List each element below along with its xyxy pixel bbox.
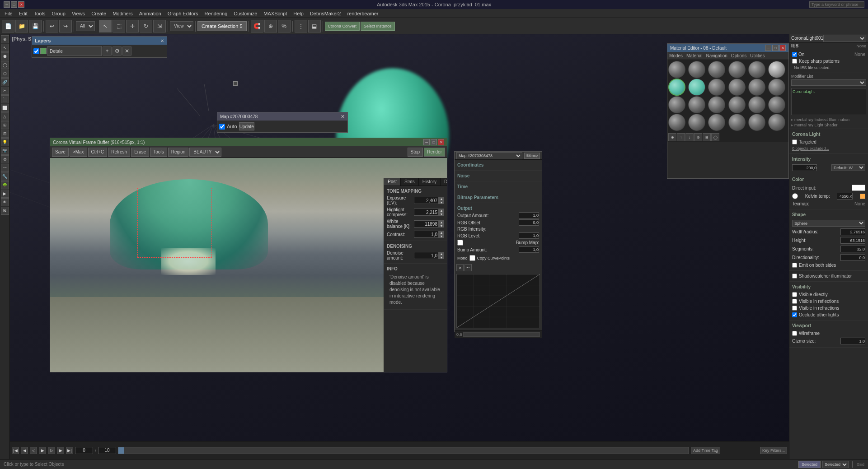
mat-sphere-6[interactable] [768, 61, 785, 78]
contrast-input[interactable] [414, 231, 439, 238]
menu-customize[interactable]: Customize [231, 10, 260, 17]
graph-curve-btn[interactable]: 〜 [464, 264, 472, 271]
mat-sphere-16[interactable] [728, 96, 746, 113]
copy-curve-checkbox[interactable] [469, 255, 475, 261]
menu-rendering[interactable]: Rendering [202, 10, 230, 17]
mat-menu-utilities[interactable]: Utilities [750, 53, 765, 58]
directionality-input[interactable] [840, 254, 865, 261]
menu-views[interactable]: Views [69, 10, 88, 17]
menu-renderbeamer[interactable]: renderbeamer [344, 10, 381, 17]
tool-rotate[interactable]: ↻ [140, 20, 152, 33]
title-minimize[interactable]: ─ [4, 1, 10, 8]
mat-sphere-21[interactable] [708, 114, 725, 131]
mat-sphere-1[interactable] [668, 61, 685, 78]
mat-maximize[interactable]: □ [772, 45, 779, 51]
white-balance-input[interactable] [414, 220, 439, 228]
timeline-next-frame[interactable]: ▷ [48, 447, 55, 454]
vfb-maximize[interactable]: □ [431, 139, 437, 145]
left-tool-8[interactable]: ⬛ [1, 95, 9, 103]
highlight-up[interactable]: ▲ [439, 209, 444, 212]
corona-convert-button[interactable]: Corona Convert [325, 22, 360, 31]
menu-modifiers[interactable]: Modifiers [110, 10, 136, 17]
mat-tool-6[interactable]: ◯ [711, 133, 719, 141]
intensity-input[interactable] [792, 164, 817, 171]
mat-sphere-19[interactable] [668, 114, 685, 131]
targeted-checkbox[interactable] [792, 139, 797, 144]
intensity-unit[interactable]: Default: W [831, 164, 865, 171]
tool-move[interactable]: ✛ [126, 20, 139, 33]
mat-sphere-8-active[interactable] [688, 79, 705, 96]
menu-animation[interactable]: Animation [136, 10, 164, 17]
highlight-input[interactable] [414, 209, 439, 216]
tool-percent-snap[interactable]: % [278, 20, 291, 33]
wb-up[interactable]: ▲ [439, 220, 444, 224]
layer-visible-checkbox[interactable] [33, 48, 39, 54]
mat-menu-material[interactable]: Material [686, 53, 703, 58]
mat-sphere-5[interactable] [748, 61, 765, 78]
graph-reset-btn[interactable]: ✕ [456, 264, 464, 271]
mat-sphere-11[interactable] [748, 79, 765, 96]
timeline-start[interactable]: |◀ [12, 447, 19, 454]
wireframe-checkbox[interactable] [792, 331, 797, 336]
panel-dropdown[interactable] [823, 35, 866, 42]
menu-graph-editors[interactable]: Graph Editors [165, 10, 201, 17]
layers-delete[interactable]: ✕ [122, 46, 131, 56]
mat-minimize[interactable]: ─ [765, 45, 771, 51]
vfb-render-btn[interactable]: Render [424, 148, 445, 157]
tool-snap[interactable]: 🧲 [251, 20, 263, 33]
gizmo-input[interactable] [840, 338, 865, 344]
mat-menu-options[interactable]: Options [731, 53, 746, 58]
vfb-title-bar[interactable]: Corona Virtual Frame Buffer (916×515px, … [50, 138, 447, 146]
vfb-ctrlc-btn[interactable]: Ctrl+C [88, 148, 108, 157]
mat-menu-modes[interactable]: Modes [669, 53, 683, 58]
mat-close[interactable]: ✕ [779, 45, 786, 51]
bump-map-checkbox[interactable] [457, 240, 463, 246]
menu-tools[interactable]: Tools [31, 10, 48, 17]
tool-scale[interactable]: ⇲ [153, 20, 166, 33]
add-time-tag-btn[interactable]: Add Time Tag [691, 447, 720, 454]
mat-sphere-24[interactable] [768, 114, 785, 131]
timeline-prev-frame[interactable]: ◁ [30, 447, 37, 454]
tone-tab-history[interactable]: History [419, 178, 441, 186]
mat-sphere-17[interactable] [748, 96, 765, 113]
menu-help[interactable]: Help [291, 10, 306, 17]
mat-sphere-13[interactable] [668, 96, 685, 113]
map-scrubber[interactable] [463, 332, 540, 337]
width-input[interactable] [840, 228, 865, 235]
left-tool-3[interactable]: ⬢ [1, 52, 9, 60]
menu-edit[interactable]: Edit [16, 10, 30, 17]
mat-sphere-4[interactable] [728, 61, 746, 78]
selection-filter[interactable]: All [76, 21, 95, 31]
tool-select-region[interactable]: ⬚ [113, 20, 125, 33]
kelvin-radio[interactable] [792, 193, 798, 199]
output-amount-input[interactable] [519, 212, 539, 218]
viewport-mode[interactable]: View [170, 21, 193, 31]
layer-name-input[interactable] [47, 46, 102, 56]
timeline-prev-key[interactable]: ◀ [21, 447, 28, 454]
emit-both-checkbox[interactable] [792, 263, 797, 268]
vfb-region-btn[interactable]: Region [168, 148, 189, 157]
vfb-save-btn[interactable]: Save [52, 148, 69, 157]
direct-color-box[interactable] [852, 185, 865, 191]
height-input[interactable] [840, 237, 865, 244]
title-maximize[interactable]: □ [11, 1, 17, 8]
layers-close[interactable]: ✕ [160, 38, 164, 43]
mat-sphere-18[interactable] [768, 96, 785, 113]
mat-tool-4[interactable]: ⊙ [694, 133, 702, 141]
left-tool-spline[interactable]: 〰 [1, 164, 9, 172]
rgb-level-input[interactable] [519, 232, 539, 239]
frame-total-input[interactable] [98, 447, 116, 454]
mat-sphere-2[interactable] [688, 61, 705, 78]
material-editor-title-bar[interactable]: Material Editor - 08 - Default ─ □ ✕ [667, 44, 788, 52]
visible-directly-checkbox[interactable] [792, 292, 797, 297]
left-tool-motion[interactable]: ▶ [1, 190, 9, 198]
selected-button[interactable]: Selected [798, 461, 821, 468]
left-tool-2[interactable]: ↖ [1, 44, 9, 52]
layers-add[interactable]: + [103, 46, 112, 56]
map-panel-close[interactable]: ✕ [341, 114, 345, 120]
modifier-list-select[interactable] [791, 79, 866, 86]
search-input[interactable] [809, 1, 864, 8]
tone-tab-post[interactable]: Post [384, 178, 401, 186]
tool-layer[interactable]: ⬓ [308, 20, 321, 33]
mat-sphere-10[interactable] [728, 79, 746, 96]
